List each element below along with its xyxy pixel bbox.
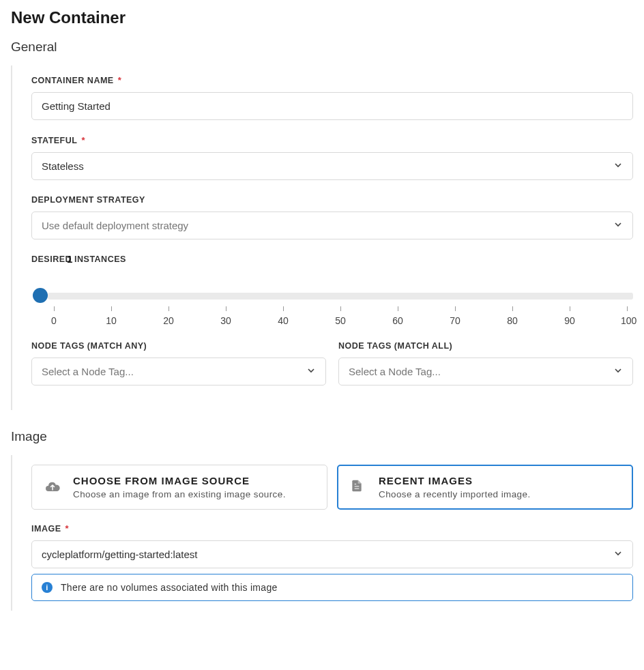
slider-tick: 50	[334, 306, 347, 326]
section-image: CHOOSE FROM IMAGE SOURCE Choose an image…	[11, 455, 633, 611]
option-recent-images[interactable]: RECENT IMAGES Choose a recently imported…	[337, 465, 633, 510]
container-name-label: CONTAINER NAME*	[31, 75, 633, 85]
slider-tick: 10	[105, 306, 117, 326]
image-select[interactable]: cycleplatform/getting-started:latest	[31, 540, 633, 568]
slider-track[interactable]	[48, 293, 633, 300]
section-title-image: Image	[11, 429, 633, 444]
document-icon	[350, 479, 366, 495]
slider-tick: 0	[48, 306, 60, 326]
slider-tick: 100	[621, 306, 633, 326]
field-node-tags-all: NODE TAGS (MATCH ALL) Select a Node Tag.…	[338, 341, 633, 385]
section-title-general: General	[11, 40, 633, 55]
required-indicator: *	[65, 523, 69, 534]
info-icon: i	[42, 582, 53, 593]
slider-value: 1	[67, 253, 72, 265]
field-desired-instances: DESIRED INSTANCES 1 01020304050607080901…	[31, 254, 633, 326]
instances-slider[interactable]: 1 0102030405060708090100	[31, 271, 633, 326]
slider-tick-label: 60	[392, 315, 404, 326]
option-image-source[interactable]: CHOOSE FROM IMAGE SOURCE Choose an image…	[31, 465, 327, 510]
slider-tick-label: 100	[621, 315, 633, 326]
volumes-info-bar: i There are no volumes associated with t…	[31, 574, 633, 601]
node-tags-any-select[interactable]: Select a Node Tag...	[31, 358, 326, 385]
slider-tick-label: 90	[564, 315, 576, 326]
slider-tick: 60	[392, 306, 404, 326]
node-tags-all-label: NODE TAGS (MATCH ALL)	[338, 341, 633, 351]
deployment-strategy-label: DEPLOYMENT STRATEGY	[31, 195, 633, 205]
field-node-tags-any: NODE TAGS (MATCH ANY) Select a Node Tag.…	[31, 341, 326, 385]
field-container-name: CONTAINER NAME*	[31, 75, 633, 120]
field-stateful: STATEFUL* Stateless	[31, 135, 633, 180]
volumes-info-text: There are no volumes associated with thi…	[61, 582, 278, 593]
required-indicator: *	[118, 75, 122, 85]
slider-tick-label: 50	[334, 315, 347, 326]
slider-tick: 20	[162, 306, 175, 326]
node-tags-any-label: NODE TAGS (MATCH ANY)	[31, 341, 326, 351]
container-name-input[interactable]	[31, 92, 633, 120]
slider-tick: 90	[564, 306, 576, 326]
page-title: New Container	[11, 8, 633, 27]
slider-tick-label: 30	[220, 315, 232, 326]
slider-handle[interactable]	[33, 288, 48, 303]
option-image-source-sub: Choose an image from an existing image s…	[73, 489, 286, 499]
field-image: IMAGE* cycleplatform/getting-started:lat…	[31, 523, 633, 601]
slider-tick-label: 70	[449, 315, 461, 326]
slider-tick-label: 0	[48, 315, 60, 326]
slider-tick-label: 20	[162, 315, 175, 326]
node-tags-all-select[interactable]: Select a Node Tag...	[338, 358, 633, 385]
slider-tick-label: 40	[277, 315, 289, 326]
option-recent-images-title: RECENT IMAGES	[379, 475, 531, 486]
slider-tick: 40	[277, 306, 289, 326]
option-recent-images-sub: Choose a recently imported image.	[379, 489, 531, 499]
cloud-upload-icon	[44, 479, 61, 498]
field-deployment-strategy: DEPLOYMENT STRATEGY Use default deployme…	[31, 195, 633, 239]
slider-tick: 70	[449, 306, 461, 326]
slider-tick: 30	[220, 306, 232, 326]
section-general: CONTAINER NAME* STATEFUL* Stateless DEPL…	[11, 65, 633, 410]
stateful-label: STATEFUL*	[31, 135, 633, 145]
deployment-strategy-select[interactable]: Use default deployment strategy	[31, 212, 633, 239]
stateful-select[interactable]: Stateless	[31, 152, 633, 180]
slider-tick-label: 10	[105, 315, 117, 326]
slider-ticks: 0102030405060708090100	[48, 306, 633, 326]
desired-instances-label: DESIRED INSTANCES	[31, 254, 633, 264]
image-label: IMAGE*	[31, 523, 633, 534]
required-indicator: *	[81, 135, 85, 145]
slider-tick-label: 80	[506, 315, 518, 326]
option-image-source-title: CHOOSE FROM IMAGE SOURCE	[73, 475, 286, 486]
slider-tick: 80	[506, 306, 518, 326]
